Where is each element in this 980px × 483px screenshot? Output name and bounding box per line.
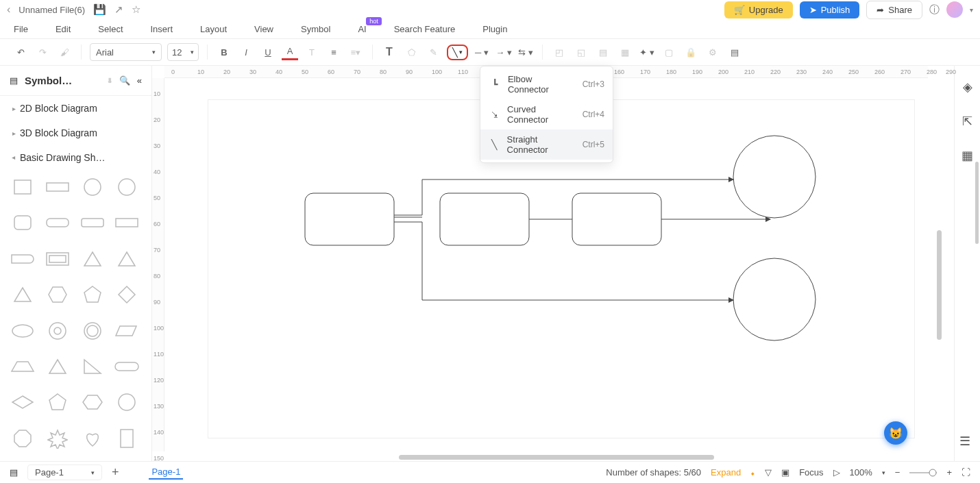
dropdown-straight[interactable]: ╲ Straight Connector Ctrl+5 [480,129,613,160]
pencil-icon[interactable]: ✎ [425,44,441,60]
star-icon[interactable]: ☆ [132,3,140,16]
distribute-icon[interactable]: ▦ [617,44,633,60]
page-tab-active[interactable]: Page-1 [149,465,183,480]
ruler-vertical[interactable]: 10 20 30 40 50 60 70 80 90 100 110 120 1… [152,78,164,451]
shape-pill[interactable] [112,354,141,380]
crop-icon[interactable]: ▢ [661,44,677,60]
canvas-vscrollbar[interactable] [937,230,942,340]
zoom-level[interactable]: 100% [850,467,872,478]
italic-icon[interactable]: I [238,44,254,60]
page-list-icon[interactable]: ▤ [10,467,18,478]
format-painter-icon[interactable]: 🖌 [56,44,73,60]
canvas-hscrollbar[interactable] [399,455,714,460]
focus-label[interactable]: Focus [799,467,823,478]
text-tool-icon[interactable]: T [381,44,397,60]
shape-rect-2[interactable] [440,193,529,245]
shape-ellipse[interactable] [8,318,37,344]
text-color-icon[interactable]: A [282,44,298,60]
shape-rounded-half[interactable] [8,246,37,272]
share-button[interactable]: ➦ Share [866,1,922,19]
page-selector[interactable]: Page-1 ▾ [27,465,102,480]
line-ends-icon[interactable]: ⇆ ▾ [517,44,534,60]
collapse-icon[interactable]: « [137,75,142,86]
export-panel-icon[interactable]: ⇱ [962,114,972,129]
front-icon[interactable]: ◰ [551,44,567,60]
shape-rounded-rect[interactable] [43,210,72,236]
menu-select[interactable]: Select [98,24,123,34]
undo-icon[interactable]: ↶ [12,44,29,60]
zoom-caret-icon[interactable]: ▾ [882,469,885,476]
shape-diamond[interactable] [112,282,141,308]
avatar-caret-icon[interactable]: ▾ [970,6,973,14]
shape-triangle4[interactable] [43,354,72,380]
shape-circle-1[interactable] [733,136,816,218]
shape-rect2[interactable] [112,210,141,236]
menu-plugin[interactable]: Plugin [482,24,507,34]
focus-icon[interactable]: ▣ [781,467,789,478]
dropdown-curved[interactable]: ⭸ Curved Connector Ctrl+4 [480,99,613,129]
search-icon[interactable]: 🔍 [119,75,130,86]
help-icon[interactable]: ⓘ [929,3,940,16]
align-objects-icon[interactable]: ▤ [595,44,611,60]
layers-icon[interactable]: ▤ [726,44,743,60]
shape-circle[interactable] [78,174,107,200]
shape-rounded-sq[interactable] [8,210,37,236]
menu-layout[interactable]: Layout [200,24,227,34]
outline-toggle-icon[interactable]: ☰ [959,434,970,449]
shape-double-circle[interactable] [78,318,107,344]
menu-view[interactable]: View [254,24,273,34]
arrow-style-icon[interactable]: → ▾ [495,44,512,60]
back-icon[interactable]: ‹ [7,3,10,16]
expand-link[interactable]: Expand [711,467,741,478]
menu-ai[interactable]: AIhot [358,24,366,34]
tools-icon[interactable]: ⚙ [705,44,721,60]
shape-rect-1[interactable] [305,193,394,245]
shape-rect-3[interactable] [572,193,661,245]
shape-rounded-rect2[interactable] [78,210,107,236]
sidebar-cat-basic[interactable]: ▾ Basic Drawing Sh… [0,145,151,170]
shape-circle-2[interactable] [733,258,816,340]
shape-right-triangle[interactable] [78,354,107,380]
menu-search-feature[interactable]: Search Feature [394,24,456,34]
fullscreen-icon[interactable]: ⛶ [961,467,970,478]
shape-triangle3[interactable] [8,282,37,308]
shape-square[interactable] [8,174,37,200]
dropdown-caret-icon[interactable]: ⥥ [107,77,112,84]
avatar[interactable] [946,1,963,18]
shape-diamond2[interactable] [8,389,37,415]
shape-document[interactable] [112,425,141,451]
zoom-in-button[interactable]: + [946,467,952,478]
sidebar-scrollbar[interactable] [975,162,979,244]
line-style-icon[interactable]: ─ ▾ [474,44,490,60]
effects-icon[interactable]: ✦ ▾ [639,44,655,60]
shape-octagon[interactable] [8,425,37,451]
theme-icon[interactable]: ◈ [963,79,972,95]
shape-hexagon-like[interactable] [43,282,72,308]
shape-triangle[interactable] [78,246,107,272]
apps-icon[interactable]: ▦ [961,148,973,163]
library-icon[interactable]: ▤ [10,75,18,86]
lock-icon[interactable]: 🔒 [683,44,699,60]
shape-trapezoid[interactable] [8,354,37,380]
shape-burst[interactable] [43,425,72,451]
shape-pentagon[interactable] [78,282,107,308]
line-height-icon[interactable]: ≡▾ [347,44,364,60]
fill-icon[interactable]: ⬠ [403,44,419,60]
save-icon[interactable]: 💾 [93,3,106,16]
sidebar-cat-3d[interactable]: ▸ 3D Block Diagram [0,121,151,145]
menu-file[interactable]: File [14,24,28,34]
sidebar-cat-2d[interactable]: ▸ 2D Block Diagram [0,96,151,121]
text-effect-icon[interactable]: T [304,44,320,60]
font-size-select[interactable]: 12 ▾ [167,43,199,61]
export-icon[interactable]: ↗ [114,3,123,16]
redo-icon[interactable]: ↷ [34,44,51,60]
zoom-out-button[interactable]: − [895,467,901,478]
align-icon[interactable]: ≡ [326,44,342,60]
menu-symbol[interactable]: Symbol [301,24,330,34]
shape-heptagon[interactable] [112,389,141,415]
bold-icon[interactable]: B [216,44,232,60]
back-icon[interactable]: ◱ [573,44,589,60]
connector-tool-button[interactable]: ╲ ▾ [447,45,468,60]
publish-button[interactable]: ➤ Publish [800,1,860,18]
shape-hexagon[interactable] [78,389,107,415]
